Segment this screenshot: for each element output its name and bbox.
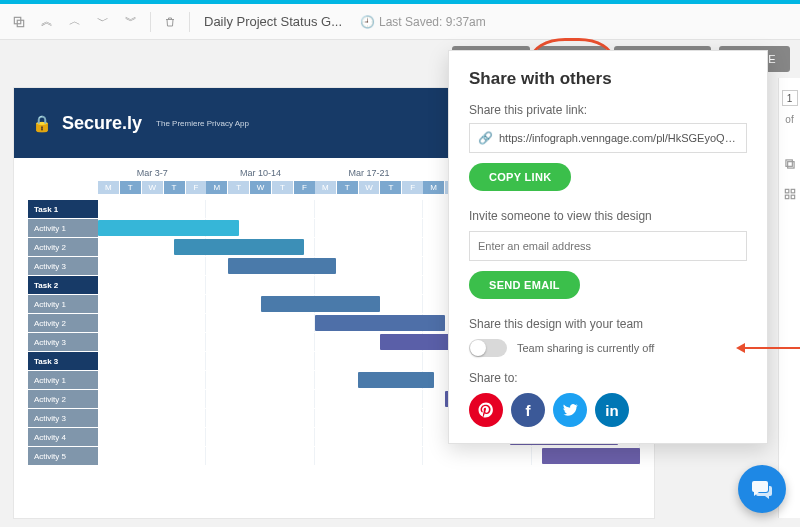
row-label: Activity 3 — [28, 409, 98, 427]
row-label: Activity 5 — [28, 447, 98, 465]
share-url-box[interactable]: 🔗 https://infograph.venngage.com/pl/HkSG… — [469, 123, 747, 153]
day-cell: W — [359, 181, 380, 194]
row-label: Activity 3 — [28, 257, 98, 275]
row-label: Task 3 — [28, 352, 98, 370]
row-track — [98, 447, 640, 465]
svg-rect-5 — [791, 189, 795, 193]
team-toggle-text: Team sharing is currently off — [517, 342, 654, 354]
day-cell: T — [120, 181, 141, 194]
row-label: Activity 1 — [28, 295, 98, 313]
row-label: Activity 3 — [28, 333, 98, 351]
link-icon: 🔗 — [478, 131, 493, 145]
last-saved-text: Last Saved: 9:37am — [379, 15, 486, 29]
day-cell: T — [164, 181, 185, 194]
chat-fab[interactable] — [738, 465, 786, 513]
row-label: Task 1 — [28, 200, 98, 218]
row-label: Activity 1 — [28, 371, 98, 389]
svg-rect-3 — [785, 160, 791, 166]
chevron-down-icon[interactable]: ﹀ — [92, 11, 114, 33]
team-toggle-row: Team sharing is currently off — [469, 339, 747, 357]
gantt-bar[interactable] — [358, 372, 434, 388]
brand-tagline: The Premiere Privacy App — [156, 119, 249, 128]
day-cell: T — [272, 181, 293, 194]
collapse-up-icon[interactable]: ︽ — [36, 11, 58, 33]
gantt-bar[interactable] — [174, 239, 304, 255]
send-email-button[interactable]: SEND EMAIL — [469, 271, 580, 299]
row-label: Activity 2 — [28, 238, 98, 256]
gantt-bar[interactable] — [315, 315, 445, 331]
row-label: Activity 4 — [28, 428, 98, 446]
trash-icon[interactable] — [159, 11, 181, 33]
share-to-label: Share to: — [469, 371, 747, 385]
chevron-up-icon[interactable]: ︿ — [64, 11, 86, 33]
editor-toolbar: ︽ ︿ ﹀ ︾ Daily Project Status G... 🕘 Last… — [0, 4, 800, 40]
grid-icon[interactable] — [779, 183, 801, 205]
week-label: Mar 10-14 — [206, 168, 314, 181]
svg-rect-4 — [785, 189, 789, 193]
row-label: Activity 2 — [28, 314, 98, 332]
facebook-icon[interactable]: f — [511, 393, 545, 427]
team-sharing-toggle[interactable] — [469, 339, 507, 357]
svg-rect-6 — [785, 195, 789, 199]
gantt-activity-row: Activity 5 — [28, 447, 640, 465]
collapse-down-icon[interactable]: ︾ — [120, 11, 142, 33]
gantt-bar[interactable] — [261, 296, 380, 312]
day-cell: F — [402, 181, 423, 194]
page-number[interactable]: 1 — [782, 90, 798, 106]
day-cell: W — [250, 181, 271, 194]
page-rail: 1 of — [778, 78, 800, 518]
share-panel-title: Share with others — [469, 69, 747, 89]
svg-rect-7 — [791, 195, 795, 199]
lock-icon: 🔒 — [32, 114, 52, 133]
day-cell: F — [294, 181, 315, 194]
week-label: Mar 17-21 — [315, 168, 423, 181]
last-saved: 🕘 Last Saved: 9:37am — [360, 15, 486, 29]
social-row: f in — [469, 393, 747, 427]
gantt-bar[interactable] — [98, 220, 239, 236]
clock-icon: 🕘 — [360, 15, 375, 29]
svg-rect-2 — [787, 162, 793, 168]
row-label: Activity 1 — [28, 219, 98, 237]
row-label: Activity 2 — [28, 390, 98, 408]
day-cell: F — [186, 181, 207, 194]
duplicate-page-icon[interactable] — [779, 153, 801, 175]
day-cell: T — [380, 181, 401, 194]
pinterest-icon[interactable] — [469, 393, 503, 427]
copy-icon[interactable] — [8, 11, 30, 33]
day-cell: M — [98, 181, 119, 194]
day-cell: W — [142, 181, 163, 194]
annotation-arrow — [739, 347, 800, 349]
linkedin-icon[interactable]: in — [595, 393, 629, 427]
row-label: Task 2 — [28, 276, 98, 294]
separator — [150, 12, 151, 32]
email-field[interactable] — [469, 231, 747, 261]
page-of-label: of — [785, 114, 793, 125]
day-cell: M — [315, 181, 336, 194]
separator — [189, 12, 190, 32]
brand-name: Secure.ly — [62, 113, 142, 134]
day-cell: M — [423, 181, 444, 194]
day-cell: T — [228, 181, 249, 194]
share-url: https://infograph.venngage.com/pl/HkSGEy… — [499, 132, 738, 144]
team-share-label: Share this design with your team — [469, 317, 747, 331]
day-cell: T — [337, 181, 358, 194]
week-label: Mar 3-7 — [98, 168, 206, 181]
copy-link-button[interactable]: COPY LINK — [469, 163, 571, 191]
share-panel: Share with others Share this private lin… — [448, 50, 768, 444]
invite-label: Invite someone to view this design — [469, 209, 747, 223]
twitter-icon[interactable] — [553, 393, 587, 427]
gantt-bar[interactable] — [542, 448, 640, 464]
private-link-label: Share this private link: — [469, 103, 747, 117]
day-cell: M — [206, 181, 227, 194]
document-title[interactable]: Daily Project Status G... — [204, 14, 342, 29]
gantt-bar[interactable] — [228, 258, 336, 274]
